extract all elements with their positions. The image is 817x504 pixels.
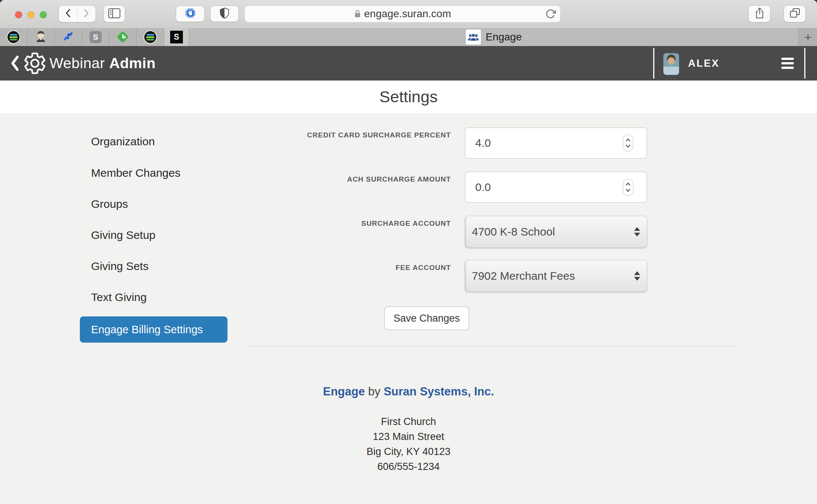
gear-icon xyxy=(22,51,47,77)
url-text: engage.suran.com xyxy=(364,8,451,20)
confluence-icon xyxy=(63,31,74,43)
active-tab-title: Engage xyxy=(486,31,522,43)
select-arrows-icon xyxy=(634,227,640,237)
sidebar-item-member-changes[interactable]: Member Changes xyxy=(91,166,180,180)
tabs-overview-icon xyxy=(789,8,801,20)
shield-icon xyxy=(220,7,229,20)
title-regular: Webinar xyxy=(49,55,105,71)
hand-octagon-icon xyxy=(185,8,196,20)
address-line-1: First Church xyxy=(0,414,817,429)
sidebar-item-giving-setup[interactable]: Giving Setup xyxy=(91,228,156,242)
hamburger-menu-button[interactable] xyxy=(781,58,794,69)
sidebar-item-text-giving[interactable]: Text Giving xyxy=(91,291,147,304)
sidebar-item-giving-sets[interactable]: Giving Sets xyxy=(91,259,148,273)
pinned-tab-4[interactable]: S xyxy=(82,28,109,46)
app-header: Webinar Admin ALEX xyxy=(0,46,817,81)
settings-content: Organization Member Changes Groups Givin… xyxy=(0,113,817,504)
address-line-4: 606/555-1234 xyxy=(0,459,817,474)
sidebar-toggle-button[interactable] xyxy=(104,6,125,22)
ach-surcharge-stepper[interactable] xyxy=(623,179,633,196)
chevron-left-icon xyxy=(65,8,71,19)
stripes-circle-icon xyxy=(7,30,20,44)
pinned-tab-7[interactable]: S xyxy=(164,28,189,46)
page-header-title: Webinar Admin xyxy=(49,46,156,81)
plus-icon: + xyxy=(804,30,812,45)
zoom-window-button[interactable] xyxy=(40,11,47,18)
surcharge-account-value: 4700 K-8 School xyxy=(472,225,555,238)
avatar[interactable] xyxy=(663,53,679,75)
tab-bar: S S Engage xyxy=(0,28,817,46)
title-bold: Admin xyxy=(109,55,156,71)
footer-brand: Engage by Suran Systems, Inc. xyxy=(0,383,817,400)
share-icon xyxy=(755,7,765,21)
active-tab[interactable]: Engage xyxy=(189,28,798,46)
chevron-right-icon xyxy=(83,8,90,19)
footer-address: First Church 123 Main Street Big City, K… xyxy=(0,414,817,474)
reload-icon[interactable] xyxy=(545,9,556,19)
fee-account-label: FEE ACCOUNT xyxy=(225,263,451,273)
sidebar-item-groups[interactable]: Groups xyxy=(91,197,128,211)
pinned-tab-1[interactable] xyxy=(0,28,27,46)
new-tab-button[interactable]: + xyxy=(798,28,817,46)
sidebar-item-engage-billing-settings-active[interactable]: Engage Billing Settings xyxy=(80,316,227,343)
close-window-button[interactable] xyxy=(15,11,22,18)
ach-surcharge-amount-input[interactable] xyxy=(465,171,647,203)
section-divider xyxy=(249,346,736,346)
header-separator xyxy=(653,48,654,79)
minimize-window-button[interactable] xyxy=(27,11,34,18)
pinned-tab-6[interactable] xyxy=(137,28,164,46)
share-button[interactable] xyxy=(749,6,770,22)
butler-icon xyxy=(35,30,47,44)
fee-account-value: 7902 Merchant Fees xyxy=(472,270,575,282)
address-line-2: 123 Main Street xyxy=(0,429,817,444)
app-back-button[interactable] xyxy=(10,55,20,73)
browser-window: engage.suran.com xyxy=(0,0,817,504)
credit-card-surcharge-percent-input[interactable] xyxy=(465,127,647,159)
settings-title-band: Settings xyxy=(0,81,817,113)
sidebar-item-organization[interactable]: Organization xyxy=(91,135,155,148)
s-black-tile-icon: S xyxy=(170,31,183,43)
brand-company-name[interactable]: Suran Systems, Inc. xyxy=(384,385,494,398)
s-gray-tile-icon: S xyxy=(90,31,102,43)
browser-toolbar: engage.suran.com xyxy=(0,0,817,28)
username-label: ALEX xyxy=(688,46,720,81)
pinned-tab-2[interactable] xyxy=(27,28,55,46)
shield-extension-button[interactable] xyxy=(211,6,238,22)
lock-icon xyxy=(354,9,361,18)
page-title: Settings xyxy=(0,81,817,113)
select-arrows-icon xyxy=(634,271,640,281)
credit-card-surcharge-percent-label: CREDIT CARD SURCHARGE PERCENT xyxy=(225,130,451,140)
surcharge-account-select[interactable]: 4700 K-8 School xyxy=(465,216,647,248)
feedly-diamond-icon xyxy=(117,31,129,43)
engage-favicon xyxy=(466,30,481,45)
sidebar-icon xyxy=(108,8,121,20)
address-line-3: Big City, KY 40123 xyxy=(0,444,817,459)
credit-card-surcharge-stepper[interactable] xyxy=(623,134,633,152)
forward-button[interactable] xyxy=(78,6,96,22)
save-changes-button[interactable]: Save Changes xyxy=(384,306,469,330)
stripes-circle-icon xyxy=(144,30,157,44)
content-blocker-extension-button[interactable] xyxy=(176,6,204,22)
pinned-tab-3[interactable] xyxy=(55,28,82,46)
pinned-tab-5[interactable] xyxy=(109,28,137,46)
back-button[interactable] xyxy=(59,6,78,22)
header-separator xyxy=(804,48,805,79)
fee-account-select[interactable]: 7902 Merchant Fees xyxy=(465,260,647,292)
show-tabs-button[interactable] xyxy=(784,6,805,22)
ach-surcharge-amount-label: ACH SURCHARGE AMOUNT xyxy=(225,174,451,184)
surcharge-account-label: SURCHARGE ACCOUNT xyxy=(225,219,451,228)
history-nav-group xyxy=(59,6,96,22)
brand-connector: by xyxy=(368,385,380,398)
brand-app-name[interactable]: Engage xyxy=(323,385,365,398)
address-bar[interactable]: engage.suran.com xyxy=(244,5,561,22)
